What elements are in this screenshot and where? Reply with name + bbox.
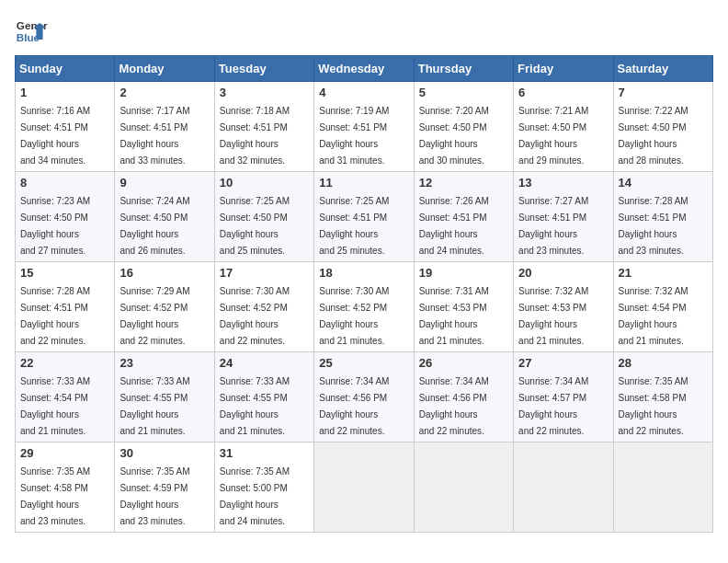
cell-info: Sunrise: 7:20 AMSunset: 4:50 PMDaylight …	[419, 106, 489, 166]
day-number: 25	[319, 356, 408, 370]
weekday-header-wednesday: Wednesday	[314, 56, 414, 82]
day-number: 23	[119, 356, 209, 370]
calendar-cell: 19 Sunrise: 7:31 AMSunset: 4:53 PMDaylig…	[414, 262, 513, 352]
calendar-cell: 29 Sunrise: 7:35 AMSunset: 4:58 PMDaylig…	[16, 442, 115, 533]
cell-info: Sunrise: 7:28 AMSunset: 4:51 PMDaylight …	[619, 196, 688, 256]
cell-info: Sunrise: 7:34 AMSunset: 4:56 PMDaylight …	[319, 376, 389, 436]
cell-info: Sunrise: 7:30 AMSunset: 4:52 PMDaylight …	[319, 286, 389, 346]
calendar-cell: 4 Sunrise: 7:19 AMSunset: 4:51 PMDayligh…	[314, 82, 414, 172]
day-number: 1	[20, 86, 109, 99]
calendar-week-3: 15 Sunrise: 7:28 AMSunset: 4:51 PMDaylig…	[16, 262, 713, 352]
cell-info: Sunrise: 7:27 AMSunset: 4:51 PMDaylight …	[518, 196, 588, 256]
day-number: 10	[220, 176, 309, 190]
cell-info: Sunrise: 7:26 AMSunset: 4:51 PMDaylight …	[419, 196, 489, 256]
cell-info: Sunrise: 7:19 AMSunset: 4:51 PMDaylight …	[319, 106, 389, 166]
calendar-week-5: 29 Sunrise: 7:35 AMSunset: 4:58 PMDaylig…	[16, 442, 713, 533]
calendar-cell: 11 Sunrise: 7:25 AMSunset: 4:51 PMDaylig…	[314, 172, 414, 262]
day-number: 13	[518, 176, 608, 190]
calendar-cell: 3 Sunrise: 7:18 AMSunset: 4:51 PMDayligh…	[214, 82, 313, 172]
calendar-cell: 18 Sunrise: 7:30 AMSunset: 4:52 PMDaylig…	[314, 262, 414, 352]
cell-info: Sunrise: 7:18 AMSunset: 4:51 PMDaylight …	[220, 106, 290, 166]
day-number: 2	[119, 86, 209, 99]
calendar-table: SundayMondayTuesdayWednesdayThursdayFrid…	[15, 55, 713, 533]
cell-info: Sunrise: 7:33 AMSunset: 4:54 PMDaylight …	[20, 376, 90, 436]
calendar-cell: 23 Sunrise: 7:33 AMSunset: 4:55 PMDaylig…	[115, 352, 214, 442]
day-number: 12	[419, 176, 508, 190]
day-number: 19	[419, 266, 508, 280]
weekday-header-thursday: Thursday	[414, 56, 513, 82]
weekday-header-tuesday: Tuesday	[214, 56, 313, 82]
day-number: 6	[518, 86, 608, 99]
calendar-cell: 21 Sunrise: 7:32 AMSunset: 4:54 PMDaylig…	[613, 262, 712, 352]
cell-info: Sunrise: 7:25 AMSunset: 4:50 PMDaylight …	[220, 196, 290, 256]
logo-icon: General Blue	[15, 15, 48, 48]
cell-info: Sunrise: 7:32 AMSunset: 4:54 PMDaylight …	[619, 286, 688, 346]
calendar-cell: 25 Sunrise: 7:34 AMSunset: 4:56 PMDaylig…	[314, 352, 414, 442]
weekday-header-monday: Monday	[115, 56, 214, 82]
weekday-header-saturday: Saturday	[613, 56, 712, 82]
day-number: 31	[220, 446, 309, 460]
calendar-cell	[514, 442, 613, 533]
weekday-header-friday: Friday	[514, 56, 613, 82]
calendar-cell: 13 Sunrise: 7:27 AMSunset: 4:51 PMDaylig…	[514, 172, 613, 262]
day-number: 5	[419, 86, 508, 99]
calendar-cell: 27 Sunrise: 7:34 AMSunset: 4:57 PMDaylig…	[514, 352, 613, 442]
cell-info: Sunrise: 7:33 AMSunset: 4:55 PMDaylight …	[220, 376, 290, 436]
day-number: 14	[619, 176, 708, 190]
cell-info: Sunrise: 7:29 AMSunset: 4:52 PMDaylight …	[119, 286, 189, 346]
calendar-cell: 31 Sunrise: 7:35 AMSunset: 5:00 PMDaylig…	[214, 442, 313, 533]
cell-info: Sunrise: 7:35 AMSunset: 4:58 PMDaylight …	[20, 466, 90, 526]
calendar-cell: 9 Sunrise: 7:24 AMSunset: 4:50 PMDayligh…	[115, 172, 214, 262]
cell-info: Sunrise: 7:23 AMSunset: 4:50 PMDaylight …	[20, 196, 90, 256]
cell-info: Sunrise: 7:17 AMSunset: 4:51 PMDaylight …	[119, 106, 189, 166]
day-number: 7	[619, 86, 708, 99]
header: General Blue	[15, 15, 713, 48]
calendar-cell: 12 Sunrise: 7:26 AMSunset: 4:51 PMDaylig…	[414, 172, 513, 262]
calendar-cell: 26 Sunrise: 7:34 AMSunset: 4:56 PMDaylig…	[414, 352, 513, 442]
cell-info: Sunrise: 7:24 AMSunset: 4:50 PMDaylight …	[119, 196, 189, 256]
cell-info: Sunrise: 7:35 AMSunset: 5:00 PMDaylight …	[220, 466, 290, 526]
day-number: 11	[319, 176, 408, 190]
calendar-week-2: 8 Sunrise: 7:23 AMSunset: 4:50 PMDayligh…	[16, 172, 713, 262]
day-number: 20	[518, 266, 608, 280]
calendar-cell: 20 Sunrise: 7:32 AMSunset: 4:53 PMDaylig…	[514, 262, 613, 352]
calendar-cell: 22 Sunrise: 7:33 AMSunset: 4:54 PMDaylig…	[16, 352, 115, 442]
day-number: 8	[20, 176, 109, 190]
calendar-cell: 16 Sunrise: 7:29 AMSunset: 4:52 PMDaylig…	[115, 262, 214, 352]
calendar-cell: 30 Sunrise: 7:35 AMSunset: 4:59 PMDaylig…	[115, 442, 214, 533]
calendar-cell	[314, 442, 414, 533]
day-number: 22	[20, 356, 109, 370]
cell-info: Sunrise: 7:25 AMSunset: 4:51 PMDaylight …	[319, 196, 389, 256]
svg-text:General: General	[17, 19, 48, 31]
calendar-cell: 17 Sunrise: 7:30 AMSunset: 4:52 PMDaylig…	[214, 262, 313, 352]
cell-info: Sunrise: 7:22 AMSunset: 4:50 PMDaylight …	[619, 106, 688, 166]
cell-info: Sunrise: 7:30 AMSunset: 4:52 PMDaylight …	[220, 286, 290, 346]
calendar-cell: 7 Sunrise: 7:22 AMSunset: 4:50 PMDayligh…	[613, 82, 712, 172]
calendar-cell	[414, 442, 513, 533]
calendar-cell: 14 Sunrise: 7:28 AMSunset: 4:51 PMDaylig…	[613, 172, 712, 262]
calendar-cell: 10 Sunrise: 7:25 AMSunset: 4:50 PMDaylig…	[214, 172, 313, 262]
day-number: 17	[220, 266, 309, 280]
cell-info: Sunrise: 7:35 AMSunset: 4:58 PMDaylight …	[619, 376, 688, 436]
cell-info: Sunrise: 7:16 AMSunset: 4:51 PMDaylight …	[20, 106, 90, 166]
day-number: 18	[319, 266, 408, 280]
day-number: 29	[20, 446, 109, 460]
cell-info: Sunrise: 7:33 AMSunset: 4:55 PMDaylight …	[119, 376, 189, 436]
day-number: 21	[619, 266, 708, 280]
calendar-cell: 1 Sunrise: 7:16 AMSunset: 4:51 PMDayligh…	[16, 82, 115, 172]
calendar-cell: 2 Sunrise: 7:17 AMSunset: 4:51 PMDayligh…	[115, 82, 214, 172]
cell-info: Sunrise: 7:32 AMSunset: 4:53 PMDaylight …	[518, 286, 588, 346]
cell-info: Sunrise: 7:31 AMSunset: 4:53 PMDaylight …	[419, 286, 489, 346]
calendar-cell: 5 Sunrise: 7:20 AMSunset: 4:50 PMDayligh…	[414, 82, 513, 172]
day-number: 4	[319, 86, 408, 99]
calendar-cell: 6 Sunrise: 7:21 AMSunset: 4:50 PMDayligh…	[514, 82, 613, 172]
day-number: 3	[220, 86, 309, 99]
calendar-cell: 15 Sunrise: 7:28 AMSunset: 4:51 PMDaylig…	[16, 262, 115, 352]
day-number: 28	[619, 356, 708, 370]
calendar-cell: 24 Sunrise: 7:33 AMSunset: 4:55 PMDaylig…	[214, 352, 313, 442]
calendar-week-4: 22 Sunrise: 7:33 AMSunset: 4:54 PMDaylig…	[16, 352, 713, 442]
calendar-cell	[613, 442, 712, 533]
calendar-cell: 8 Sunrise: 7:23 AMSunset: 4:50 PMDayligh…	[16, 172, 115, 262]
calendar-week-1: 1 Sunrise: 7:16 AMSunset: 4:51 PMDayligh…	[16, 82, 713, 172]
cell-info: Sunrise: 7:34 AMSunset: 4:57 PMDaylight …	[518, 376, 588, 436]
